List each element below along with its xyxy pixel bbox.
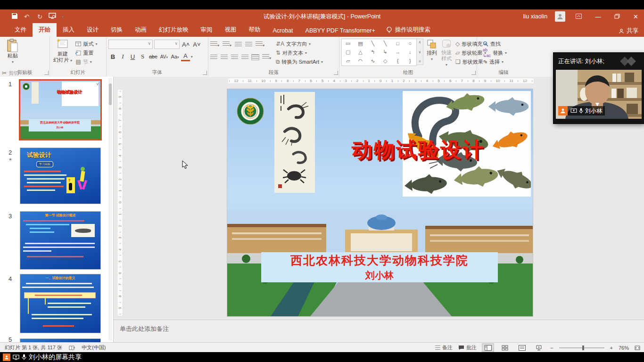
qat-customize-icon[interactable]: ▾ xyxy=(62,15,64,19)
tab-view[interactable]: 视图 xyxy=(219,23,243,37)
slideshow-view-button[interactable] xyxy=(533,344,545,352)
font-color-button[interactable]: A xyxy=(181,52,190,61)
account-avatar[interactable] xyxy=(555,11,565,22)
undo-icon[interactable]: ↶▾ xyxy=(24,13,31,20)
shape-gallery-item[interactable]: ◇ xyxy=(383,58,387,64)
strikethrough-button[interactable]: abc xyxy=(148,53,158,60)
underline-button[interactable]: U xyxy=(128,53,137,61)
tab-slideshow[interactable]: 幻灯片放映 xyxy=(153,23,195,37)
arrange-button[interactable]: 排列▾ xyxy=(426,39,438,68)
tab-acrobat[interactable]: Acrobat xyxy=(267,25,299,37)
shape-gallery-item[interactable]: ∿ xyxy=(371,58,375,64)
tab-review[interactable]: 审阅 xyxy=(195,23,219,37)
new-slide-button[interactable]: 新建幻灯片 ▾ xyxy=(52,39,74,68)
shape-gallery-item[interactable]: ╲ xyxy=(384,41,387,46)
ribbon-display-options-icon[interactable] xyxy=(573,13,585,20)
bold-button[interactable]: B xyxy=(108,53,117,61)
shapes-gallery[interactable]: ▭▤╲╲□○▢△↰↳→↓▱◠∿◇{} xyxy=(341,39,417,66)
normal-view-button[interactable] xyxy=(482,344,494,352)
tell-me-search[interactable]: 操作说明搜索 xyxy=(381,23,435,37)
shadow-button[interactable]: S xyxy=(138,52,147,61)
start-slideshow-icon[interactable] xyxy=(49,13,56,20)
zoom-in-button[interactable]: + xyxy=(610,345,613,351)
drawing-dialog-launcher[interactable] xyxy=(471,71,476,75)
tab-abbyy[interactable]: ABBYY PDF Transformer+ xyxy=(299,25,381,37)
fit-to-window-icon[interactable] xyxy=(635,345,640,351)
find-button[interactable]: 查找 xyxy=(483,40,507,48)
close-button[interactable]: ✕ xyxy=(630,13,641,20)
account-name[interactable]: liu xiaolin xyxy=(523,13,547,20)
notes-pane[interactable]: 单击此处添加备注 xyxy=(114,320,644,343)
section-button[interactable]: ▤节 ▾ xyxy=(75,58,97,66)
speaker-video-frame[interactable]: 刘小林 xyxy=(556,70,642,119)
char-spacing-button[interactable]: AV▾ xyxy=(159,54,169,60)
shape-gallery-item[interactable]: ↓ xyxy=(409,49,412,55)
minimize-button[interactable]: — xyxy=(592,13,604,20)
horizontal-ruler[interactable]: 1211109876543210123456789101112 xyxy=(227,78,534,84)
align-right-button[interactable] xyxy=(231,55,238,60)
shape-gallery-item[interactable]: → xyxy=(395,49,400,55)
font-dialog-launcher[interactable] xyxy=(203,71,207,75)
notes-toggle[interactable]: 备注 xyxy=(435,344,453,351)
align-left-button[interactable] xyxy=(210,55,217,60)
quick-styles-button[interactable]: 快速样式▾ xyxy=(440,39,453,68)
vertical-ruler[interactable]: 9876543210123456789 xyxy=(117,89,123,316)
replace-button[interactable]: ab↳ac替换 ▾ xyxy=(483,49,507,57)
decrease-indent-button[interactable] xyxy=(235,42,242,47)
tab-help[interactable]: 帮助 xyxy=(243,23,267,37)
zoom-out-button[interactable]: − xyxy=(550,345,553,351)
zoom-slider[interactable] xyxy=(559,347,604,348)
align-center-button[interactable] xyxy=(221,55,228,60)
share-button[interactable]: 共享 xyxy=(619,27,638,35)
comments-toggle[interactable]: 批注 xyxy=(458,344,477,351)
select-button[interactable]: ⇖选择 ▾ xyxy=(483,58,507,66)
slide-counter[interactable]: 幻灯片 第 1 张, 共 117 张 xyxy=(5,344,62,351)
thumbnail-scrollbar[interactable] xyxy=(108,78,112,341)
bullets-button[interactable]: ▾ xyxy=(210,40,219,49)
decrease-font-button[interactable]: A˅ xyxy=(192,41,201,49)
shape-gallery-item[interactable]: □ xyxy=(396,41,399,46)
text-direction-button[interactable]: ⇵A文字方向 ▾ xyxy=(276,40,323,48)
shape-gallery-item[interactable]: ╲ xyxy=(372,41,375,46)
notes-placeholder[interactable]: 单击此处添加备注 xyxy=(120,325,644,333)
justify-button[interactable] xyxy=(241,55,248,60)
speaker-video-overlay[interactable]: 正在讲话: 刘小林; xyxy=(553,53,644,123)
shape-gallery-item[interactable]: { xyxy=(397,58,399,64)
redo-icon[interactable]: ↻ xyxy=(37,13,42,20)
slide-thumbnail-5[interactable] xyxy=(20,338,101,342)
slide-thumbnail-4[interactable]: 一、试验设计的意义 xyxy=(20,274,101,333)
shapes-gallery-scrollbar[interactable]: ∧∨≡ xyxy=(417,39,423,65)
line-spacing-button[interactable]: ▾ xyxy=(256,40,264,49)
language-status[interactable]: 中文(中国) xyxy=(82,344,106,351)
slide-sorter-view-button[interactable] xyxy=(499,344,511,352)
slide-thumbnail-2[interactable]: 试验设计 学习目标 ? xyxy=(20,148,101,204)
shape-gallery-item[interactable]: ▢ xyxy=(346,49,350,55)
font-name-select[interactable] xyxy=(108,40,153,49)
spellcheck-icon[interactable] xyxy=(69,345,75,351)
shape-gallery-item[interactable]: ○ xyxy=(409,41,412,46)
slide-thumbnail-3[interactable]: 第一节 试验设计概述 xyxy=(20,211,101,270)
tab-design[interactable]: 设计 xyxy=(81,23,105,37)
paragraph-dialog-launcher[interactable] xyxy=(334,71,338,75)
shape-gallery-item[interactable]: } xyxy=(409,58,411,64)
font-color-dropdown[interactable]: ▾ xyxy=(191,55,193,59)
layout-button[interactable]: 版式 ▾ xyxy=(75,40,97,48)
shape-gallery-item[interactable]: ◠ xyxy=(358,58,363,64)
reset-button[interactable]: 重置 xyxy=(75,49,97,57)
shape-gallery-item[interactable]: ▱ xyxy=(346,58,350,64)
slide-canvas[interactable]: 动物试验设计 xyxy=(227,89,533,316)
tab-transitions[interactable]: 切换 xyxy=(105,23,129,37)
shape-gallery-item[interactable]: ↳ xyxy=(383,49,388,55)
increase-font-button[interactable]: A˄ xyxy=(181,41,190,49)
save-icon[interactable] xyxy=(11,13,18,21)
font-size-select[interactable] xyxy=(154,40,180,49)
shape-gallery-item[interactable]: ↰ xyxy=(371,49,375,55)
tab-file[interactable]: 文件 xyxy=(8,23,33,37)
shape-gallery-item[interactable]: △ xyxy=(358,49,362,55)
shape-gallery-item[interactable]: ▭ xyxy=(346,41,350,46)
italic-button[interactable]: I xyxy=(118,52,127,61)
columns-button[interactable] xyxy=(252,55,259,60)
paste-button[interactable]: 粘贴▾ xyxy=(2,39,24,68)
shape-gallery-item[interactable]: ▤ xyxy=(358,41,363,46)
reading-view-button[interactable] xyxy=(516,344,528,352)
